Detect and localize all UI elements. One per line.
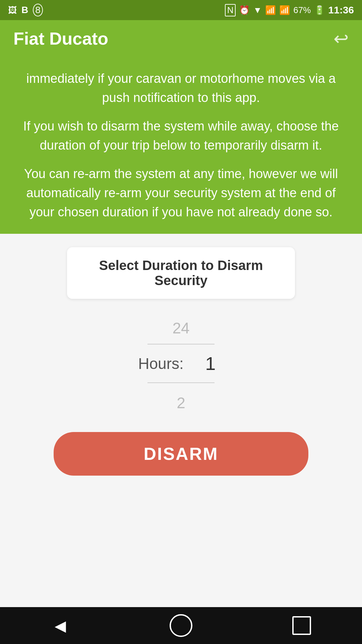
image-icon: 🖼 [8,5,17,15]
wifi-signal-icon: 📶 [265,5,276,15]
status-bar: 🖼 B 8 N ⏰ ▼ 📶 📶 67% 🔋 11:36 [0,0,362,20]
back-button[interactable]: ↩ [334,28,349,49]
e-icon: 8 [33,4,43,16]
nav-stop-square-icon [292,616,311,635]
hours-label: Hours: [138,355,183,373]
wifi-icon: ▼ [253,5,262,15]
main-content: Select Duration to Disarm Security 24 Ho… [0,234,362,607]
alarm-icon: ⏰ [239,5,250,15]
spinner-below-value: 2 [177,394,185,412]
spinner-top-divider [147,344,215,344]
status-bar-left: 🖼 B 8 [8,4,43,16]
nav-back-icon: ◀ [55,617,66,634]
nav-recents-button[interactable] [288,612,315,639]
spinner-bottom-divider [147,382,215,383]
nav-back-button[interactable]: ◀ [47,612,74,639]
info-card: immediately if your caravan or motorhome… [0,57,362,234]
signal-bars-icon: 📶 [279,5,290,15]
info-text: immediately if your caravan or motorhome… [16,69,346,222]
status-bar-right: N ⏰ ▼ 📶 📶 67% 🔋 11:36 [225,4,354,16]
info-paragraph-2: If you wish to disarm the system while a… [16,117,346,155]
app-header: Fiat Ducato ↩ [0,20,362,57]
info-paragraph-1: immediately if your caravan or motorhome… [16,69,346,107]
nav-home-circle-icon [170,614,192,637]
page-title: Fiat Ducato [13,29,108,49]
time-display: 11:36 [328,4,354,16]
nfc-icon: N [225,4,236,16]
battery-icon: 🔋 [314,5,325,15]
info-paragraph-3: You can re-arm the system at any time, h… [16,164,346,222]
disarm-button[interactable]: DISARM [54,432,308,476]
nav-home-button[interactable] [168,612,194,639]
nav-bar: ◀ [0,607,362,644]
spinner-row: Hours: 1 [138,353,224,374]
battery-text: 67% [293,5,311,15]
spinner-above-value: 24 [172,319,189,337]
bold-b-icon: B [21,5,28,15]
select-duration-box: Select Duration to Disarm Security [67,247,295,299]
select-duration-label: Select Duration to Disarm Security [99,258,263,288]
hours-picker[interactable]: 24 Hours: 1 2 [13,319,349,412]
hours-current-value[interactable]: 1 [197,353,224,374]
